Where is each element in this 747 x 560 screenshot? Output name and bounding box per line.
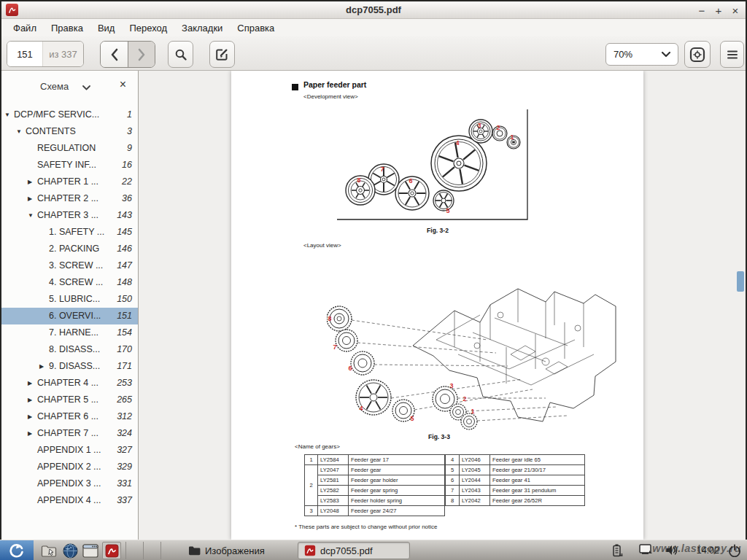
sidebar-item[interactable]: APPENDIX 4 ...337: [1, 492, 138, 509]
task-button-label: Изображения: [205, 545, 265, 556]
expand-icon[interactable]: ▶: [39, 363, 44, 370]
document-area[interactable]: Paper feeder part <Development view>: [139, 71, 746, 540]
gear-table-left: 1LY2584Feeder gear 17 2LY2047Feeder gear…: [304, 454, 445, 516]
table-row: 8LY2042Feeder gear 26/52R: [446, 496, 585, 506]
sidebar-item[interactable]: 2. PACKING146: [1, 241, 138, 257]
table-row: LY2581Feeder gear holder: [305, 475, 445, 486]
collapse-icon[interactable]: ▼: [4, 112, 10, 118]
zoom-level-value: 70%: [614, 49, 632, 60]
expand-icon[interactable]: ▶: [28, 397, 32, 403]
collapse-icon[interactable]: ▼: [16, 128, 22, 135]
sidebar-item[interactable]: 6. OVERVI...151: [1, 308, 138, 324]
sidebar-item-label: 5. LUBRIC...: [49, 294, 100, 304]
web-browser-launcher[interactable]: [61, 542, 80, 559]
maximize-icon[interactable]: +: [713, 5, 724, 16]
layout-view-figure: 1 2 3 4 5 6 7 8: [327, 252, 620, 433]
sidebar-item[interactable]: 7. HARNE...154: [1, 324, 138, 341]
next-page-button[interactable]: [128, 42, 155, 67]
sidebar-item[interactable]: ▶CHAPTER 7 ...324: [1, 425, 138, 442]
globe-icon: [63, 543, 78, 559]
battery-icon[interactable]: [611, 544, 623, 557]
page-setup-button[interactable]: [684, 41, 711, 68]
file-manager-launcher[interactable]: [39, 542, 58, 559]
sidebar-item-label: CHAPTER 3 ...: [37, 210, 98, 220]
page-number-input[interactable]: [7, 42, 42, 66]
expand-icon[interactable]: ▶: [28, 380, 32, 386]
name-of-gears-label: <Name of gears>: [295, 443, 340, 450]
power-icon[interactable]: [728, 544, 741, 557]
task-button-images[interactable]: Изображения: [182, 542, 293, 559]
expand-icon[interactable]: ▶: [28, 430, 32, 437]
fig-3-2-caption: Fig. 3-2: [412, 227, 463, 234]
sidebar-item-page: 329: [117, 462, 132, 472]
sidebar-item-page: 265: [117, 394, 132, 405]
folder-icon: [41, 543, 57, 558]
sidebar-item[interactable]: APPENDIX 1 ...327: [1, 442, 138, 459]
sidebar-item-page: 331: [117, 478, 132, 489]
menu-help[interactable]: Справка: [230, 20, 282, 36]
pdf-reader-launcher[interactable]: [102, 542, 121, 559]
menu-go[interactable]: Переход: [122, 20, 174, 36]
expand-icon[interactable]: ▶: [28, 413, 32, 420]
sidebar-item-label: DCP/MFC SERVIC...: [14, 109, 99, 120]
sidebar-item-label: 8. DISASS...: [49, 344, 100, 354]
menubar: Файл Правка Вид Переход Закладки Справка: [1, 19, 746, 36]
main-content: Схема × ▼DCP/MFC SERVIC...1▼CONTENTS3REG…: [1, 71, 746, 540]
sidebar-item[interactable]: ▶CHAPTER 6 ...312: [1, 408, 138, 425]
menu-button[interactable]: [720, 41, 744, 68]
sidebar-item[interactable]: 8. DISASS...170: [1, 341, 138, 358]
sidebar-close-icon[interactable]: ×: [120, 79, 126, 90]
menu-view[interactable]: Вид: [90, 20, 123, 36]
vertical-scrollbar-thumb[interactable]: [737, 271, 744, 292]
menu-bookmarks[interactable]: Закладки: [174, 20, 230, 36]
display-icon[interactable]: [639, 544, 653, 556]
gear-5-drawing: [433, 190, 454, 211]
sidebar-item[interactable]: ▶9. DISASS...171: [1, 358, 138, 375]
pdf-viewer-window: dcp7055.pdf − + × Файл Правка Вид Перехо…: [0, 0, 747, 540]
start-menu-button[interactable]: [0, 540, 34, 560]
menu-edit[interactable]: Правка: [44, 20, 90, 36]
search-button[interactable]: [168, 41, 193, 68]
chevron-down-icon[interactable]: [82, 85, 90, 90]
svg-text:2: 2: [462, 395, 466, 402]
sidebar-item[interactable]: ▶CHAPTER 4 ...253: [1, 375, 138, 392]
annotate-button[interactable]: [209, 41, 235, 68]
sidebar-item[interactable]: ▼DCP/MFC SERVIC...1: [1, 106, 138, 123]
volume-icon[interactable]: [665, 544, 679, 556]
sidebar-item[interactable]: 5. LUBRIC...150: [1, 291, 138, 308]
sidebar-pane-select[interactable]: Схема: [40, 81, 69, 92]
sidebar-item-page: 312: [117, 411, 132, 421]
menu-file[interactable]: Файл: [6, 20, 44, 36]
sidebar-item[interactable]: 3. SCREW ...147: [1, 257, 138, 274]
close-icon[interactable]: ×: [730, 5, 740, 16]
sidebar-item[interactable]: REGULATION9: [1, 140, 138, 157]
sidebar-item[interactable]: ▶CHAPTER 5 ...265: [1, 392, 138, 408]
terminal-launcher[interactable]: [81, 542, 100, 559]
task-button-pdf[interactable]: dcp7055.pdf: [298, 542, 410, 559]
table-row: 7LY2043Feeder gear 31 pendulum: [446, 486, 585, 496]
sidebar-item[interactable]: APPENDIX 2 ...329: [1, 459, 138, 475]
sidebar-item[interactable]: 4. SCREW ...148: [1, 274, 138, 291]
titlebar: dcp7055.pdf − + ×: [1, 1, 746, 19]
table-row: 5LY2045Feeder gear 21/30/17: [446, 465, 585, 475]
previous-page-button[interactable]: [101, 42, 128, 67]
development-view-figure: 1 2 3 4 5 6 7 8: [328, 109, 547, 228]
window-controls: − + ×: [697, 1, 740, 19]
toolbar: из 337 70%: [1, 36, 746, 71]
sidebar-item[interactable]: 1. SAFETY ...145: [1, 224, 138, 241]
sidebar-item-label: 9. DISASS...: [49, 361, 100, 371]
sidebar-item-page: 154: [117, 327, 132, 338]
sidebar-item[interactable]: APPENDIX 3 ...331: [1, 475, 138, 492]
sidebar-item[interactable]: ▼CONTENTS3: [1, 123, 138, 140]
sidebar-item[interactable]: ▼CHAPTER 3 ...143: [1, 207, 138, 224]
clock[interactable]: 14:02: [697, 545, 719, 556]
minimize-icon[interactable]: −: [697, 5, 707, 16]
zoom-level-select[interactable]: 70%: [605, 43, 678, 66]
sidebar-item[interactable]: ▶CHAPTER 2 ...36: [1, 190, 138, 207]
sidebar-item-label: 1. SAFETY ...: [49, 227, 104, 237]
expand-icon[interactable]: ▶: [28, 179, 32, 185]
collapse-icon[interactable]: ▼: [28, 212, 34, 219]
sidebar-item[interactable]: ▶CHAPTER 1 ...22: [1, 174, 138, 190]
expand-icon[interactable]: ▶: [28, 195, 32, 202]
sidebar-item[interactable]: SAFETY INF...16: [1, 157, 138, 174]
